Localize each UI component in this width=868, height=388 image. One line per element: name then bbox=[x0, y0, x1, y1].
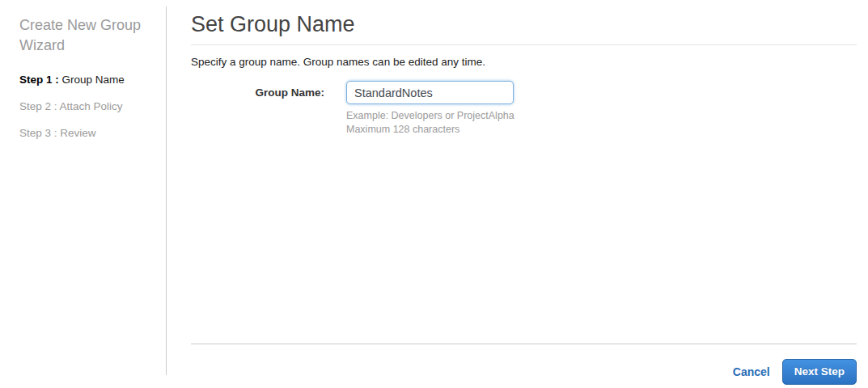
footer-rule bbox=[191, 344, 857, 344]
sidebar-step-3-review: Step 3 : Review bbox=[19, 127, 150, 140]
main-content: Set Group Name Specify a group name. Gro… bbox=[167, 0, 868, 388]
group-name-form-row: Group Name: Example: Developers or Proje… bbox=[191, 81, 857, 137]
step-1-prefix: Step 1 : bbox=[19, 74, 59, 86]
step-1-label: Group Name bbox=[62, 74, 125, 86]
wizard-sidebar: Create New Group Wizard Step 1 : Group N… bbox=[0, 0, 166, 388]
step-3-label: Review bbox=[60, 127, 95, 139]
next-step-button[interactable]: Next Step bbox=[782, 359, 857, 385]
group-name-hint-example: Example: Developers or ProjectAlpha bbox=[346, 109, 514, 123]
step-3-prefix: Step 3 : bbox=[19, 127, 57, 139]
page-description: Specify a group name. Group names can be… bbox=[191, 55, 857, 69]
wizard-title: Create New Group Wizard bbox=[19, 15, 150, 56]
cancel-button[interactable]: Cancel bbox=[733, 365, 770, 378]
page-title: Set Group Name bbox=[191, 11, 857, 39]
group-name-hint-max: Maximum 128 characters bbox=[346, 123, 514, 137]
sidebar-step-2-attach-policy: Step 2 : Attach Policy bbox=[19, 100, 150, 113]
step-2-label: Attach Policy bbox=[60, 100, 123, 112]
group-name-label: Group Name: bbox=[191, 81, 324, 99]
group-name-field: Example: Developers or ProjectAlpha Maxi… bbox=[346, 81, 514, 137]
footer-actions: Cancel Next Step bbox=[733, 359, 857, 385]
sidebar-step-1-group-name: Step 1 : Group Name bbox=[19, 74, 150, 86]
create-group-wizard-page: Create New Group Wizard Step 1 : Group N… bbox=[0, 0, 868, 388]
title-rule bbox=[191, 44, 857, 45]
group-name-input[interactable] bbox=[346, 81, 514, 104]
step-2-prefix: Step 2 : bbox=[19, 100, 57, 112]
